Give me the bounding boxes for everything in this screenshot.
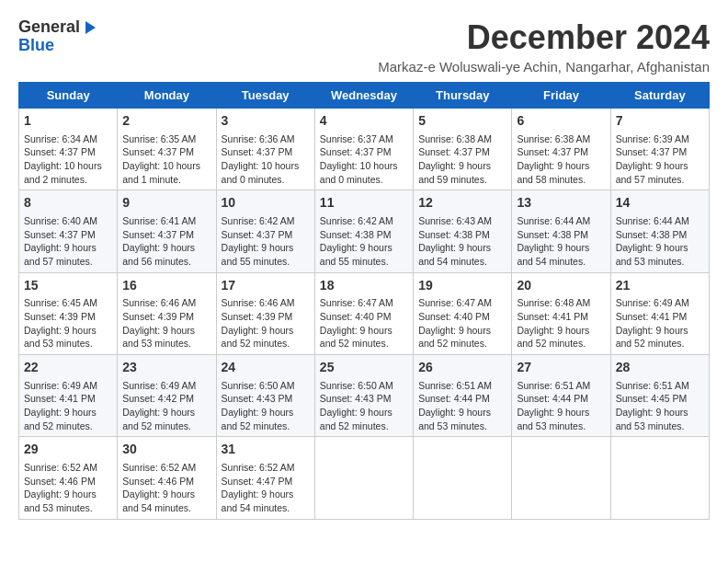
day-number: 9 <box>122 194 210 213</box>
logo: General Blue <box>18 18 97 55</box>
day-number: 11 <box>320 194 408 213</box>
weekday-header-saturday: Saturday <box>610 83 709 109</box>
sunset-text: Sunset: 4:38 PM <box>517 229 588 240</box>
weekday-header-row: SundayMondayTuesdayWednesdayThursdayFrid… <box>19 83 710 109</box>
daylight-label: Daylight: 9 hours and 52 minutes. <box>122 407 195 431</box>
sunrise-text: Sunrise: 6:47 AM <box>320 297 393 308</box>
day-number: 25 <box>320 359 408 377</box>
sunrise-text: Sunrise: 6:50 AM <box>320 380 393 391</box>
day-number: 29 <box>24 441 112 459</box>
calendar-cell: 19Sunrise: 6:47 AMSunset: 4:40 PMDayligh… <box>414 272 512 354</box>
daylight-label: Daylight: 9 hours and 52 minutes. <box>24 407 97 431</box>
calendar-cell <box>414 437 512 519</box>
daylight-label: Daylight: 9 hours and 54 minutes. <box>517 242 589 267</box>
daylight-label: Daylight: 9 hours and 57 minutes. <box>24 242 97 267</box>
day-number: 27 <box>517 359 605 377</box>
sunrise-text: Sunrise: 6:46 AM <box>222 297 295 308</box>
day-number: 17 <box>222 277 310 295</box>
calendar-week-row: 8Sunrise: 6:40 AMSunset: 4:37 PMDaylight… <box>19 190 710 272</box>
day-number: 31 <box>222 441 310 459</box>
day-number: 18 <box>320 277 408 295</box>
sunrise-text: Sunrise: 6:51 AM <box>616 380 689 391</box>
calendar-cell: 18Sunrise: 6:47 AMSunset: 4:40 PMDayligh… <box>314 272 413 354</box>
day-number: 26 <box>418 359 506 377</box>
sunrise-text: Sunrise: 6:35 AM <box>122 133 196 144</box>
sunset-text: Sunset: 4:37 PM <box>122 229 194 240</box>
calendar-cell: 6Sunrise: 6:38 AMSunset: 4:37 PMDaylight… <box>512 109 610 190</box>
daylight-label: Daylight: 9 hours and 54 minutes. <box>222 488 294 513</box>
daylight-label: Daylight: 9 hours and 52 minutes. <box>616 325 688 350</box>
calendar-cell: 29Sunrise: 6:52 AMSunset: 4:46 PMDayligh… <box>19 437 118 519</box>
sunset-text: Sunset: 4:43 PM <box>222 393 293 404</box>
daylight-label: Daylight: 9 hours and 57 minutes. <box>616 160 688 185</box>
sunrise-text: Sunrise: 6:38 AM <box>418 133 492 144</box>
day-number: 12 <box>418 194 506 213</box>
sunrise-text: Sunrise: 6:49 AM <box>122 380 196 391</box>
daylight-label: Daylight: 9 hours and 59 minutes. <box>418 160 491 185</box>
day-number: 5 <box>418 112 506 131</box>
calendar-cell: 12Sunrise: 6:43 AMSunset: 4:38 PMDayligh… <box>414 190 512 272</box>
daylight-label: Daylight: 9 hours and 53 minutes. <box>24 325 97 350</box>
weekday-header-sunday: Sunday <box>19 83 118 109</box>
calendar-cell: 30Sunrise: 6:52 AMSunset: 4:46 PMDayligh… <box>118 437 216 519</box>
sunset-text: Sunset: 4:38 PM <box>320 229 392 240</box>
calendar-cell: 27Sunrise: 6:51 AMSunset: 4:44 PMDayligh… <box>512 355 610 437</box>
daylight-label: Daylight: 9 hours and 52 minutes. <box>320 407 392 431</box>
sunrise-text: Sunrise: 6:49 AM <box>616 297 689 308</box>
daylight-label: Daylight: 9 hours and 53 minutes. <box>122 325 195 350</box>
daylight-label: Daylight: 10 hours and 0 minutes. <box>320 160 398 185</box>
sunrise-text: Sunrise: 6:36 AM <box>222 133 295 144</box>
sunrise-text: Sunrise: 6:52 AM <box>222 462 295 473</box>
sunset-text: Sunset: 4:46 PM <box>122 476 194 487</box>
day-number: 6 <box>517 112 605 131</box>
daylight-label: Daylight: 9 hours and 52 minutes. <box>222 325 294 350</box>
sunset-text: Sunset: 4:41 PM <box>24 393 96 404</box>
day-number: 2 <box>122 112 210 131</box>
logo-general: General <box>18 18 80 37</box>
day-number: 3 <box>222 112 310 131</box>
calendar-week-row: 15Sunrise: 6:45 AMSunset: 4:39 PMDayligh… <box>19 272 710 354</box>
sunrise-text: Sunrise: 6:37 AM <box>320 133 393 144</box>
logo-blue: Blue <box>18 37 54 55</box>
day-number: 7 <box>616 112 704 131</box>
calendar-table: SundayMondayTuesdayWednesdayThursdayFrid… <box>18 82 710 520</box>
day-number: 15 <box>24 277 112 295</box>
sunrise-text: Sunrise: 6:52 AM <box>24 462 97 473</box>
daylight-label: Daylight: 9 hours and 54 minutes. <box>122 488 195 513</box>
sunrise-text: Sunrise: 6:40 AM <box>24 215 97 226</box>
day-number: 4 <box>320 112 408 131</box>
calendar-cell: 16Sunrise: 6:46 AMSunset: 4:39 PMDayligh… <box>118 272 216 354</box>
sunset-text: Sunset: 4:44 PM <box>418 393 490 404</box>
weekday-header-wednesday: Wednesday <box>314 83 413 109</box>
daylight-label: Daylight: 10 hours and 0 minutes. <box>222 160 300 185</box>
day-number: 13 <box>517 194 605 213</box>
sunset-text: Sunset: 4:37 PM <box>616 146 688 157</box>
calendar-cell: 15Sunrise: 6:45 AMSunset: 4:39 PMDayligh… <box>19 272 118 354</box>
calendar-cell: 4Sunrise: 6:37 AMSunset: 4:37 PMDaylight… <box>314 109 413 190</box>
sunrise-text: Sunrise: 6:49 AM <box>24 380 97 391</box>
daylight-label: Daylight: 9 hours and 56 minutes. <box>122 242 195 267</box>
day-number: 16 <box>122 277 210 295</box>
calendar-cell: 3Sunrise: 6:36 AMSunset: 4:37 PMDaylight… <box>216 109 314 190</box>
sunset-text: Sunset: 4:44 PM <box>517 393 588 404</box>
calendar-cell: 13Sunrise: 6:44 AMSunset: 4:38 PMDayligh… <box>512 190 610 272</box>
daylight-label: Daylight: 9 hours and 58 minutes. <box>517 160 589 185</box>
weekday-header-tuesday: Tuesday <box>216 83 314 109</box>
daylight-label: Daylight: 9 hours and 52 minutes. <box>418 325 491 350</box>
calendar-cell: 26Sunrise: 6:51 AMSunset: 4:44 PMDayligh… <box>414 355 512 437</box>
svg-marker-0 <box>85 21 96 34</box>
sunrise-text: Sunrise: 6:52 AM <box>122 462 196 473</box>
daylight-label: Daylight: 9 hours and 54 minutes. <box>418 242 491 267</box>
sunset-text: Sunset: 4:45 PM <box>616 393 688 404</box>
day-number: 23 <box>122 359 210 377</box>
sunrise-text: Sunrise: 6:45 AM <box>24 297 97 308</box>
daylight-label: Daylight: 9 hours and 52 minutes. <box>222 407 294 431</box>
day-number: 10 <box>222 194 310 213</box>
daylight-label: Daylight: 9 hours and 55 minutes. <box>320 242 392 267</box>
calendar-cell: 10Sunrise: 6:42 AMSunset: 4:37 PMDayligh… <box>216 190 314 272</box>
sunrise-text: Sunrise: 6:42 AM <box>222 215 295 226</box>
daylight-label: Daylight: 9 hours and 55 minutes. <box>222 242 294 267</box>
sunrise-text: Sunrise: 6:51 AM <box>418 380 492 391</box>
sunrise-text: Sunrise: 6:43 AM <box>418 215 492 226</box>
day-number: 28 <box>616 359 704 377</box>
